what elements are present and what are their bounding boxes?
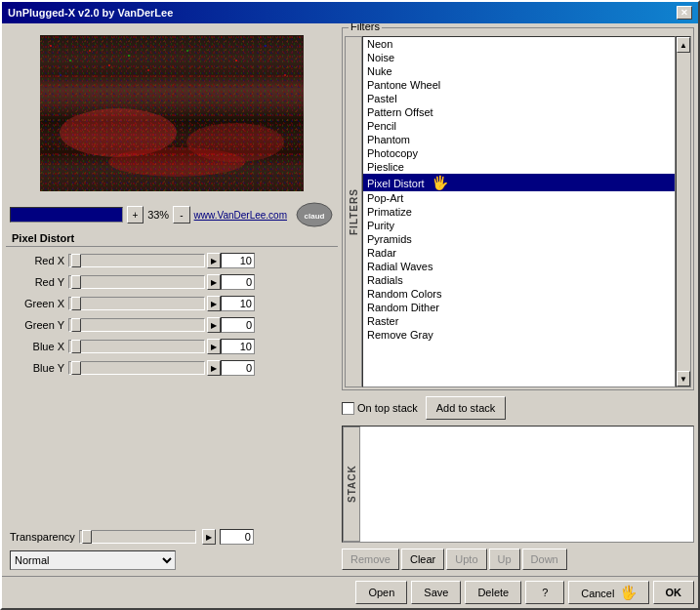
filter-item-pop-art[interactable]: Pop-Art: [363, 191, 675, 205]
slider-thumb-blue-y: [71, 361, 81, 375]
filter-item-random-dither[interactable]: Random Dither: [363, 301, 675, 314]
param-row-blue-x: Blue X ▶: [10, 337, 334, 356]
remove-button[interactable]: Remove: [342, 549, 399, 570]
scroll-thumb[interactable]: [678, 54, 689, 370]
filter-item-primatize[interactable]: Primatize: [363, 205, 675, 219]
filter-item-pyramids[interactable]: Pyramids: [363, 232, 675, 246]
stack-list[interactable]: [360, 427, 693, 542]
svg-rect-8: [108, 64, 110, 66]
filter-list[interactable]: Neon Noise Nuke Pantone Wheel Pastel Pat…: [362, 36, 676, 387]
filter-item-pattern[interactable]: Pattern Offset: [363, 105, 675, 119]
down-button[interactable]: Down: [522, 549, 567, 570]
transparency-label: Transparency: [10, 531, 75, 543]
slider-thumb-red-x: [71, 254, 81, 267]
svg-rect-5: [69, 60, 71, 61]
filter-item-remove-gray[interactable]: Remove Gray: [363, 328, 675, 342]
transparency-slider[interactable]: [79, 530, 196, 544]
params-area: Red X ▶ Red Y ▶ Green X: [6, 247, 338, 525]
slider-arrow-right-red-y[interactable]: ▶: [207, 274, 221, 290]
filter-item-pencil[interactable]: Pencil: [363, 119, 675, 133]
main-content: + 33% - www.VanDerLee.com claud Pixel Di…: [2, 23, 698, 576]
value-input-blue-y[interactable]: [221, 360, 255, 376]
filter-item-radial-waves[interactable]: Radial Waves: [363, 260, 675, 273]
delete-button[interactable]: Delete: [465, 581, 521, 604]
slider-red-y[interactable]: [68, 275, 205, 289]
slider-arrow-right-green-x[interactable]: ▶: [207, 296, 221, 311]
blend-mode-select[interactable]: Normal Multiply Screen Overlay Darken Li…: [10, 550, 176, 570]
clear-button[interactable]: Clear: [401, 549, 444, 570]
filter-item-noise[interactable]: Noise: [363, 51, 675, 64]
cancel-button[interactable]: Cancel 🖐: [568, 581, 648, 604]
slider-thumb-blue-x: [71, 340, 81, 353]
scroll-down-button[interactable]: ▼: [677, 371, 690, 386]
param-row-red-y: Red Y ▶: [10, 272, 334, 292]
blend-select-row: Normal Multiply Screen Overlay Darken Li…: [6, 549, 338, 572]
window-title: UnPlugged-X v2.0 by VanDerLee: [8, 7, 173, 19]
svg-rect-11: [186, 50, 188, 52]
filter-item-nuke[interactable]: Nuke: [363, 64, 675, 78]
slider-green-y[interactable]: [68, 318, 205, 332]
filter-item-phantom[interactable]: Phantom: [363, 133, 675, 146]
filter-item-neon[interactable]: Neon: [363, 37, 675, 51]
param-row-green-y: Green Y ▶: [10, 315, 334, 335]
on-top-stack-label: On top stack: [357, 402, 418, 414]
transparency-arrow[interactable]: ▶: [202, 529, 216, 545]
filter-item-radials[interactable]: Radials: [363, 273, 675, 287]
value-input-red-y[interactable]: [221, 274, 255, 290]
website-link[interactable]: www.VanDerLee.com: [194, 210, 287, 221]
slider-arrow-right-blue-y[interactable]: ▶: [207, 360, 221, 376]
param-label-blue-x: Blue X: [10, 341, 68, 352]
slider-thumb-red-y: [71, 275, 81, 289]
zoom-in-button[interactable]: +: [127, 206, 144, 224]
filter-item-raster[interactable]: Raster: [363, 314, 675, 328]
filter-item-pantone[interactable]: Pantone Wheel: [363, 78, 675, 92]
filter-item-random-colors[interactable]: Random Colors: [363, 287, 675, 301]
open-button[interactable]: Open: [355, 581, 407, 604]
filter-item-pieslice[interactable]: Pieslice: [363, 160, 675, 174]
preview-canvas: [40, 35, 304, 191]
slider-thumb-green-y: [71, 318, 81, 332]
logo-icon: claud: [295, 201, 334, 228]
slider-arrow-right-green-y[interactable]: ▶: [207, 317, 221, 333]
slider-arrow-right-blue-x[interactable]: ▶: [207, 339, 221, 354]
save-button[interactable]: Save: [411, 581, 461, 604]
slider-arrow-right-red-x[interactable]: ▶: [207, 253, 221, 268]
main-window: UnPlugged-X v2.0 by VanDerLee ✕: [0, 0, 700, 610]
slider-blue-y[interactable]: [68, 361, 205, 375]
svg-rect-7: [60, 74, 62, 76]
up-button[interactable]: Up: [489, 549, 520, 570]
value-input-red-x[interactable]: [221, 253, 255, 268]
filter-scrollbar: ▲ ▼: [676, 36, 691, 387]
value-input-green-y[interactable]: [221, 317, 255, 333]
transparency-thumb: [82, 530, 92, 544]
value-input-green-x[interactable]: [221, 296, 255, 311]
filters-group: Filters FILTERS Neon Noise Nuke Pantone …: [342, 27, 694, 390]
param-label-green-x: Green X: [10, 298, 68, 309]
slider-blue-x[interactable]: [68, 340, 205, 353]
add-to-stack-button[interactable]: Add to stack: [426, 396, 507, 420]
transparency-input[interactable]: [220, 529, 254, 545]
slider-red-x[interactable]: [68, 254, 205, 267]
title-bar-buttons: ✕: [677, 6, 692, 20]
slider-green-x[interactable]: [68, 297, 205, 310]
on-top-stack-checkbox[interactable]: [342, 402, 354, 415]
scroll-up-button[interactable]: ▲: [677, 37, 690, 53]
stack-controls: On top stack Add to stack: [342, 394, 694, 422]
filter-item-purity[interactable]: Purity: [363, 219, 675, 232]
help-button[interactable]: ?: [525, 581, 564, 604]
filter-item-photocopy[interactable]: Photocopy: [363, 146, 675, 160]
upto-button[interactable]: Upto: [446, 549, 486, 570]
value-input-blue-x[interactable]: [221, 339, 255, 354]
filter-item-pastel[interactable]: Pastel: [363, 92, 675, 105]
filter-item-pixel-distort[interactable]: Pixel Distort 🖐: [363, 174, 675, 191]
filters-tab: FILTERS: [345, 36, 362, 387]
filter-item-radar[interactable]: Radar: [363, 246, 675, 260]
param-label-red-x: Red X: [10, 255, 68, 266]
svg-rect-6: [89, 50, 91, 52]
zoom-level: 33%: [147, 209, 169, 221]
close-button[interactable]: ✕: [677, 6, 692, 20]
param-row-red-x: Red X ▶: [10, 251, 334, 270]
svg-rect-4: [50, 45, 52, 47]
zoom-out-button[interactable]: -: [173, 206, 189, 224]
ok-button[interactable]: OK: [653, 581, 695, 604]
